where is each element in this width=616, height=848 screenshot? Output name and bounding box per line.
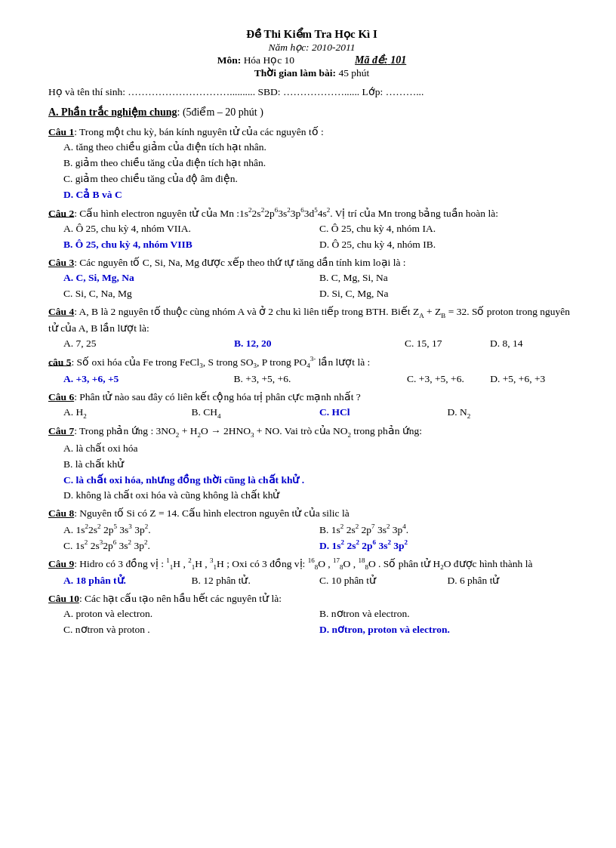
question-3: Câu 3: Các nguyên tố C, Si, Na, Mg được … <box>48 255 575 302</box>
q3-answers: A. C, Si, Mg, Na B. C, Mg, Si, Na C. Si,… <box>63 270 575 302</box>
student-info: Họ và tên thí sinh: …………………………..........… <box>48 85 575 98</box>
q4-correct: B. 12, 20 <box>234 336 405 352</box>
q8-correct: D. 1s2 2s2 2p6 3s2 3p2 <box>319 538 575 554</box>
q10-correct: D. nơtron, proton và electron. <box>319 622 575 638</box>
question-8: Câu 8: Nguyên tố Si có Z = 14. Cấu hình … <box>48 506 575 554</box>
q2-answers: A. Ô 25, chu kỳ 4, nhóm VIIA. C. Ô 25, c… <box>63 221 575 253</box>
q2-correct: B. Ô 25, chu kỳ 4, nhóm VIIB <box>63 237 319 253</box>
q6-answers: A. H2 B. CH4 C. HCl D. N2 <box>63 405 575 422</box>
q9-correct: A. 18 phân tử. <box>63 573 192 589</box>
subject-value: Hóa Học 10 <box>244 54 294 66</box>
section-a-title: A. Phần trắc nghiệm chung: (5điểm – 20 p… <box>48 106 575 119</box>
q7-correct: C. là chất oxi hóa, nhưng đồng thời cũng… <box>63 473 575 489</box>
q6-correct: C. HCl <box>319 405 448 422</box>
question-5: câu 5: Số oxi hóa của Fe trong FeCl3, S … <box>48 354 575 387</box>
header: Đề Thi Kiểm Tra Học Kì I Năm học: 2010-2… <box>48 27 575 79</box>
question-10: Câu 10: Các hạt cấu tạo nên hầu hết các … <box>48 591 575 638</box>
subject-label: Môn: <box>217 54 242 66</box>
question-6: Câu 6: Phân tử nào sau đây có liên kết c… <box>48 390 575 422</box>
q2-label: Câu 2 <box>48 207 74 218</box>
q6-label: Câu 6 <box>48 391 74 402</box>
q4-answers: A. 7, 25 B. 12, 20 C. 15, 17 D. 8, 14 <box>63 336 575 352</box>
q9-label: Câu 9 <box>48 558 74 569</box>
q3-correct: A. C, Si, Mg, Na <box>63 270 319 286</box>
question-1: Câu 1: Trong một chu kỳ, bán kính nguyên… <box>48 125 575 203</box>
q4-label: Câu 4 <box>48 306 74 317</box>
question-4: Câu 4: A, B là 2 nguyên tố thuộc cùng nh… <box>48 304 575 352</box>
q10-answers: A. proton và electron. B. nơtron và elec… <box>63 606 575 638</box>
q7-answers: A. là chất oxi hóa B. là chất khử C. là … <box>63 441 575 504</box>
question-9: Câu 9: Hidro có 3 đồng vị : 11H , 21H , … <box>48 556 575 589</box>
subject-line: Môn: Hóa Học 10 Mã đề: 101 <box>48 54 575 66</box>
q10-label: Câu 10 <box>48 593 79 604</box>
q1-answers: A. tăng theo chiều giảm của điện tích hạ… <box>63 140 575 203</box>
exam-title: Đề Thi Kiểm Tra Học Kì I <box>48 27 575 41</box>
q1-correct: D. Cả B và C <box>63 187 575 203</box>
q8-label: Câu 8 <box>48 507 74 519</box>
q5-answers: A. +3, +6, +5 B. +3, +5, +6. C. +3, +5, … <box>63 372 575 387</box>
q1-label: Câu 1 <box>48 126 74 137</box>
exam-time: Thời gian làm bài: 45 phút <box>48 66 575 79</box>
ma-de: Mã đề: 101 <box>355 54 406 66</box>
q9-answers: A. 18 phân tử. B. 12 phân tử. C. 10 phân… <box>63 573 575 589</box>
q8-answers: A. 1s22s2 2p5 3s3 3p2. B. 1s2 2s2 2p7 3s… <box>63 522 575 554</box>
question-7: Câu 7: Trong phản ứng : 3NO2 + H2O → 2HN… <box>48 424 575 504</box>
exam-year: Năm học: 2010-2011 <box>48 41 575 54</box>
q3-label: Câu 3 <box>48 257 74 268</box>
subject-info: Môn: Hóa Học 10 <box>217 54 294 66</box>
q5-correct: A. +3, +6, +5 <box>63 372 234 387</box>
question-2: Câu 2: Cấu hình electron nguyên tử của M… <box>48 205 575 253</box>
q7-label: Câu 7 <box>48 425 74 436</box>
q5-label: câu 5 <box>48 356 71 367</box>
